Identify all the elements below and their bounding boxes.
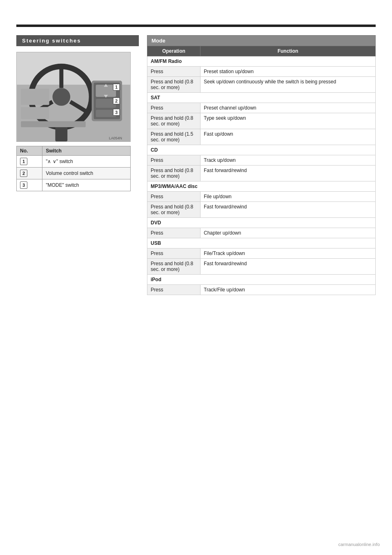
col-operation-header: Operation (147, 46, 200, 56)
mode-section-row: SAT (147, 93, 376, 103)
function-cell: Fast forward/rewind (200, 166, 376, 181)
switch-label-cell: "∧ ∨" switch (42, 156, 131, 168)
function-cell: File up/down (200, 192, 376, 202)
svg-rect-23 (21, 107, 49, 119)
mode-section-name: AM/FM Radio (147, 56, 376, 67)
mode-data-row: Press File up/down (147, 192, 376, 202)
mode-section-row: MP3/WMA/AAC disc (147, 181, 376, 192)
mode-data-row: Press and hold (0.8 sec. or more) Type s… (147, 113, 376, 129)
mode-section-name: iPod (147, 275, 376, 285)
mode-section-name: MP3/WMA/AAC disc (147, 181, 376, 192)
function-cell: Fast forward/rewind (200, 259, 376, 275)
svg-rect-22 (21, 89, 49, 105)
svg-text:LA054N: LA054N (109, 136, 122, 140)
function-cell: Chapter up/down (200, 228, 376, 238)
top-bar (16, 25, 376, 27)
function-cell: File/Track up/down (200, 248, 376, 259)
function-cell: Seek up/down continuously while the swit… (200, 77, 376, 93)
mode-data-row: Press and hold (1.5 sec. or more) Fast u… (147, 129, 376, 145)
switch-table-row: 1 "∧ ∨" switch (17, 156, 131, 168)
switch-label-cell: "MODE" switch (42, 179, 131, 191)
mode-data-row: Press Track/File up/down (147, 285, 376, 295)
mode-data-row: Press File/Track up/down (147, 248, 376, 259)
steering-image: 1 2 3 LA054N (16, 52, 131, 142)
switch-label-cell: Volume control switch (42, 168, 131, 179)
steering-wheel-svg: 1 2 3 LA054N (17, 52, 130, 141)
right-column: Mode Operation Function AM/FM Radio Pres… (147, 35, 376, 295)
switch-num-cell: 3 (17, 179, 42, 191)
switch-num-cell: 1 (17, 156, 42, 168)
operation-cell: Press and hold (1.5 sec. or more) (147, 129, 200, 145)
mode-section-row: iPod (147, 275, 376, 285)
mode-section-row: AM/FM Radio (147, 56, 376, 67)
mode-section-row: USB (147, 238, 376, 248)
operation-cell: Press (147, 228, 200, 238)
mode-section-name: DVD (147, 218, 376, 228)
svg-text:2: 2 (115, 98, 118, 103)
switch-table-col-switch: Switch (42, 146, 131, 156)
function-cell: Fast up/down (200, 129, 376, 145)
svg-text:1: 1 (115, 85, 118, 90)
operation-cell: Press (147, 192, 200, 202)
switch-table-row: 2 Volume control switch (17, 168, 131, 179)
switch-num-cell: 2 (17, 168, 42, 179)
num-badge: 3 (20, 181, 27, 189)
svg-text:3: 3 (115, 110, 118, 115)
switch-table: No. Switch 1 "∧ ∨" switch 2 Volume contr… (16, 146, 131, 191)
mode-data-row: Press and hold (0.8 sec. or more) Seek u… (147, 77, 376, 93)
operation-cell: Press (147, 155, 200, 166)
col-function-header: Function (200, 46, 376, 56)
section-title: Steering switches (16, 35, 139, 46)
function-cell: Track up/down (200, 155, 376, 166)
mode-data-row: Press and hold (0.8 sec. or more) Fast f… (147, 259, 376, 275)
function-cell: Preset channel up/down (200, 103, 376, 113)
mode-section-row: DVD (147, 218, 376, 228)
operation-cell: Press and hold (0.8 sec. or more) (147, 113, 200, 129)
mode-data-row: Press Track up/down (147, 155, 376, 166)
left-column: Steering switches (16, 35, 139, 191)
operation-cell: Press (147, 248, 200, 259)
operation-cell: Press (147, 67, 200, 77)
function-cell: Track/File up/down (200, 285, 376, 295)
function-cell: Preset station up/down (200, 67, 376, 77)
mode-data-row: Press and hold (0.8 sec. or more) Fast f… (147, 202, 376, 218)
mode-table: Mode Operation Function AM/FM Radio Pres… (147, 35, 376, 295)
content-row: Steering switches (16, 35, 376, 295)
footer-watermark: carmanualonline.info (338, 542, 380, 547)
mode-data-row: Press Preset channel up/down (147, 103, 376, 113)
operation-cell: Press and hold (0.8 sec. or more) (147, 77, 200, 93)
mode-section-name: SAT (147, 93, 376, 103)
svg-rect-24 (21, 121, 86, 127)
function-cell: Type seek up/down (200, 113, 376, 129)
mode-section-name: USB (147, 238, 376, 248)
mode-section-name: CD (147, 145, 376, 155)
num-badge: 2 (20, 170, 27, 177)
mode-data-row: Press Preset station up/down (147, 67, 376, 77)
mode-data-row: Press and hold (0.8 sec. or more) Fast f… (147, 166, 376, 181)
switch-table-row: 3 "MODE" switch (17, 179, 131, 191)
operation-cell: Press and hold (0.8 sec. or more) (147, 202, 200, 218)
page-container: Steering switches (0, 0, 392, 555)
num-badge: 1 (20, 158, 27, 165)
mode-section-row: CD (147, 145, 376, 155)
switch-table-col-no: No. (17, 146, 42, 156)
operation-cell: Press (147, 285, 200, 295)
operation-cell: Press and hold (0.8 sec. or more) (147, 166, 200, 181)
svg-point-3 (52, 88, 70, 106)
mode-table-title: Mode (147, 36, 376, 46)
function-cell: Fast forward/rewind (200, 202, 376, 218)
mode-data-row: Press Chapter up/down (147, 228, 376, 238)
operation-cell: Press and hold (0.8 sec. or more) (147, 259, 200, 275)
operation-cell: Press (147, 103, 200, 113)
